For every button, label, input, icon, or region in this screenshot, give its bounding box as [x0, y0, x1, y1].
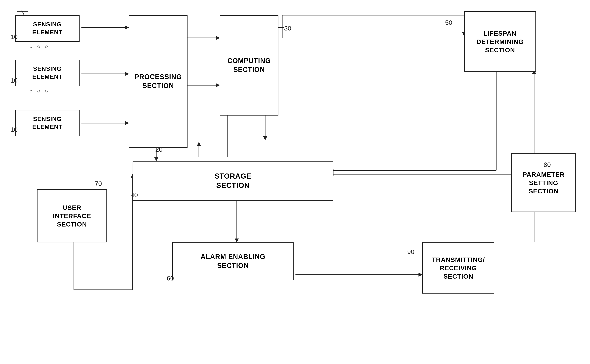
alarm-section-block: ALARM ENABLING SECTION — [172, 242, 294, 280]
computing-ref: 30 — [284, 25, 291, 32]
sensing-element-1-block: SENSING ELEMENT — [15, 15, 79, 42]
svg-marker-7 — [216, 36, 220, 40]
computing-section-block: COMPUTING SECTION — [220, 15, 279, 116]
lifespan-section-block: LIFESPAN DETERMINING SECTION — [464, 11, 536, 72]
svg-marker-5 — [125, 121, 129, 125]
transmitting-ref: 90 — [407, 248, 415, 255]
dots1: ○ ○ ○ — [29, 44, 49, 50]
sensing1-ref: 10 — [10, 33, 18, 40]
svg-marker-16 — [263, 136, 267, 140]
svg-marker-27 — [235, 239, 239, 242]
svg-marker-35 — [419, 273, 422, 277]
svg-marker-9 — [216, 83, 220, 87]
lifespan-ref: 50 — [445, 19, 452, 26]
svg-marker-18 — [154, 157, 158, 161]
alarm-ref: 60 — [167, 275, 174, 282]
processing-ref: 20 — [155, 146, 162, 153]
storage-section-block: STORAGE SECTION — [133, 161, 333, 201]
user-interface-block: USER INTERFACE SECTION — [37, 189, 107, 242]
storage-ref: 40 — [131, 191, 138, 199]
sensing-element-2-block: SENSING ELEMENT — [15, 60, 79, 86]
dots2: ○ ○ ○ — [29, 88, 49, 94]
sensing3-ref: 10 — [10, 126, 18, 133]
processing-section-block: PROCESSING SECTION — [129, 15, 188, 148]
sensing-element-3-block: SENSING ELEMENT — [15, 110, 79, 136]
transmitting-section-block: TRANSMITTING/ RECEIVING SECTION — [422, 242, 494, 293]
svg-marker-3 — [125, 72, 129, 76]
svg-marker-22 — [197, 142, 201, 146]
userinterface-ref: 70 — [95, 180, 102, 187]
svg-marker-1 — [125, 26, 129, 29]
parameter-ref: 80 — [544, 161, 551, 168]
sensing2-ref: 10 — [10, 77, 18, 84]
